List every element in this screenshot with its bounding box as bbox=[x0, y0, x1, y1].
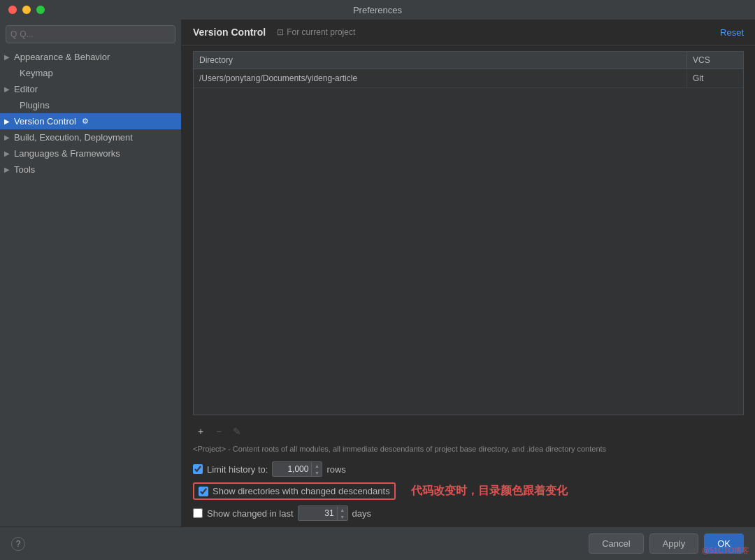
search-box[interactable]: Q bbox=[6, 25, 175, 43]
limit-history-checkbox[interactable] bbox=[193, 464, 203, 474]
show-changed-last-input-wrap: ▲ ▼ bbox=[298, 505, 348, 521]
show-changed-last-label-suffix: days bbox=[352, 508, 371, 519]
edit-directory-button[interactable]: ✎ bbox=[229, 424, 245, 439]
show-changed-last-spinner: ▲ ▼ bbox=[337, 506, 347, 520]
sidebar-item-keymap[interactable]: Keymap bbox=[0, 65, 181, 81]
spinner-up[interactable]: ▲ bbox=[338, 506, 347, 513]
spinner-down[interactable]: ▼ bbox=[312, 469, 322, 476]
show-directories-option-row: Show directories with changed descendant… bbox=[193, 482, 744, 500]
description-text: <Project> - Content roots of all modules… bbox=[182, 442, 755, 459]
reset-button[interactable]: Reset bbox=[720, 27, 744, 38]
content-subtitle: ⊡ For current project bbox=[277, 27, 355, 37]
sidebar-item-tools[interactable]: ▶ Tools bbox=[0, 161, 181, 178]
limit-history-input-wrap: ▲ ▼ bbox=[272, 461, 322, 477]
close-button[interactable] bbox=[8, 6, 17, 14]
show-directories-highlighted: Show directories with changed descendant… bbox=[193, 482, 396, 500]
limit-history-option: Limit history to: ▲ ▼ rows bbox=[193, 461, 744, 477]
apply-button[interactable]: Apply bbox=[649, 533, 699, 554]
show-changed-last-checkbox[interactable] bbox=[193, 508, 203, 518]
sidebar-item-label: Plugins bbox=[20, 100, 50, 110]
sidebar-item-editor[interactable]: ▶ Editor bbox=[0, 81, 181, 97]
arrow-icon: ▶ bbox=[4, 53, 10, 61]
cell-vcs: Git bbox=[687, 69, 743, 87]
arrow-icon: ▶ bbox=[4, 85, 10, 93]
window-controls[interactable] bbox=[8, 6, 45, 14]
sidebar-item-build[interactable]: ▶ Build, Execution, Deployment bbox=[0, 129, 181, 145]
search-icon: Q bbox=[10, 29, 17, 39]
show-changed-last-input[interactable] bbox=[299, 508, 337, 518]
window-title: Preferences bbox=[353, 5, 402, 15]
project-icon: ⊡ bbox=[277, 27, 284, 37]
table-row[interactable]: /Users/ponytang/Documents/yideng-article… bbox=[194, 69, 743, 88]
sidebar-item-languages[interactable]: ▶ Languages & Frameworks bbox=[0, 145, 181, 161]
sidebar-item-label: Keymap bbox=[20, 68, 53, 78]
sidebar-item-label: Appearance & Behavior bbox=[14, 52, 110, 62]
watermark: @51CTO博客 bbox=[702, 545, 749, 556]
cell-directory: /Users/ponytang/Documents/yideng-article bbox=[194, 69, 687, 87]
limit-history-input[interactable] bbox=[273, 464, 311, 474]
sidebar-item-label: Version Control bbox=[14, 116, 76, 127]
sidebar-item-label: Languages & Frameworks bbox=[14, 148, 120, 159]
show-changed-last-option: Show changed in last ▲ ▼ days bbox=[193, 505, 744, 521]
sidebar-item-label: Build, Execution, Deployment bbox=[14, 132, 133, 143]
show-directories-checkbox[interactable] bbox=[199, 487, 208, 496]
vcs-table: Directory VCS /Users/ponytang/Documents/… bbox=[193, 51, 744, 415]
arrow-icon: ▶ bbox=[4, 166, 10, 173]
spinner-up[interactable]: ▲ bbox=[312, 462, 322, 469]
cancel-button[interactable]: Cancel bbox=[589, 533, 643, 554]
options-area: Limit history to: ▲ ▼ rows Show director… bbox=[182, 459, 755, 526]
arrow-icon: ▶ bbox=[4, 150, 10, 157]
title-bar: Preferences bbox=[0, 0, 755, 20]
arrow-icon: ▶ bbox=[4, 117, 10, 125]
sidebar-item-plugins[interactable]: Plugins bbox=[0, 97, 181, 113]
maximize-button[interactable] bbox=[36, 6, 45, 14]
bottom-bar: ? Cancel Apply OK @51CTO博客 bbox=[0, 526, 755, 560]
show-directories-label: Show directories with changed descendant… bbox=[213, 486, 390, 496]
limit-history-spinner: ▲ ▼ bbox=[311, 462, 322, 476]
annotation-text: 代码改变时，目录颜色跟着变化 bbox=[411, 484, 568, 498]
limit-history-label-suffix: rows bbox=[326, 464, 345, 475]
table-toolbar: + − ✎ bbox=[182, 421, 755, 442]
search-input[interactable] bbox=[20, 29, 171, 39]
minimize-button[interactable] bbox=[22, 6, 31, 14]
spinner-down[interactable]: ▼ bbox=[338, 513, 347, 520]
limit-history-label-prefix: Limit history to: bbox=[207, 464, 268, 475]
help-button[interactable]: ? bbox=[11, 537, 25, 551]
content-header: Version Control ⊡ For current project Re… bbox=[182, 20, 755, 45]
sidebar: Q ▶ Appearance & Behavior Keymap ▶ Edito… bbox=[0, 20, 182, 526]
content-area: Version Control ⊡ For current project Re… bbox=[182, 20, 755, 526]
sidebar-item-label: Editor bbox=[14, 84, 38, 94]
settings-icon: ⚙ bbox=[82, 117, 89, 126]
col-header-vcs: VCS bbox=[687, 52, 743, 69]
remove-directory-button[interactable]: − bbox=[211, 424, 226, 439]
arrow-icon: ▶ bbox=[4, 134, 10, 141]
col-header-directory: Directory bbox=[194, 52, 687, 69]
sidebar-item-label: Tools bbox=[14, 164, 35, 175]
show-changed-last-label-prefix: Show changed in last bbox=[207, 508, 294, 519]
content-title: Version Control bbox=[193, 27, 266, 38]
sidebar-item-version-control[interactable]: ▶ Version Control ⚙ bbox=[0, 113, 181, 129]
add-directory-button[interactable]: + bbox=[193, 424, 208, 439]
dialog-body: Q ▶ Appearance & Behavior Keymap ▶ Edito… bbox=[0, 20, 755, 526]
table-header: Directory VCS bbox=[194, 52, 743, 69]
sidebar-item-appearance[interactable]: ▶ Appearance & Behavior bbox=[0, 49, 181, 65]
